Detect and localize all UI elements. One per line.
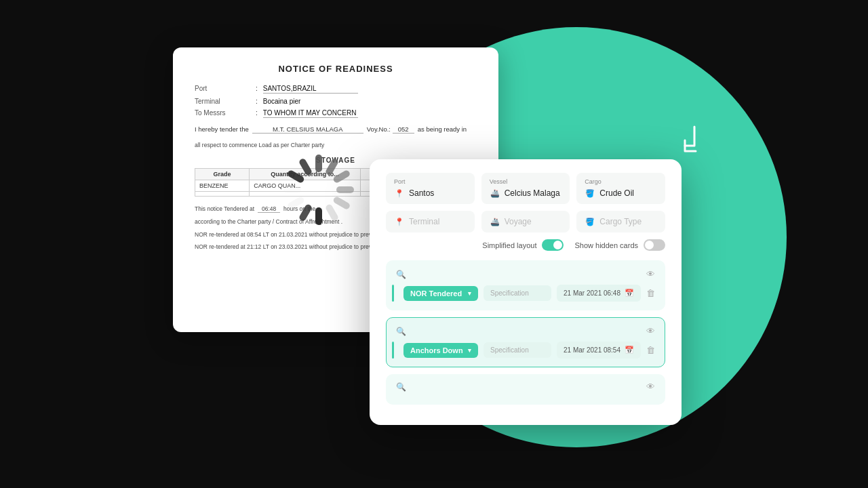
vessel-field-value: 🚢 Celcius Malaga [490,188,562,199]
terminal-value: Bocaina pier [263,98,301,105]
cargo-field-value: 🪣 Crude Oil [585,188,657,199]
event-card-1-top: 🔍 👁 [396,269,655,279]
event2-search-icon: 🔍 [396,327,406,336]
port-value: SANTOS,BRAZIL [263,85,358,94]
document-title: NOTICE OF READINESS [195,64,477,74]
show-hidden-cards-toggle-group: Show hidden cards [574,239,665,251]
terminal-icon: 📍 [394,216,405,227]
port-field-label: Port [394,178,467,185]
vessel-field-label: Vessel [490,178,562,185]
fields-row-2: 📍 Terminal 🚢 Voyage 🪣 Cargo Type [386,211,665,232]
port-icon: 📍 [394,188,405,199]
event1-spec-field[interactable]: Specification [484,285,551,301]
vessel-inline: M.T. CELSIUS MALAGA [252,125,363,134]
svg-rect-3 [336,186,354,193]
port-label: Port [195,85,256,92]
voyage-field-value: 🚢 Voyage [490,216,562,227]
terminal-field-value: 📍 Terminal [394,216,467,227]
svg-rect-12 [315,207,322,225]
event2-calendar-icon: 📅 [625,346,634,354]
to-messrs-label: To Messrs [195,109,256,117]
event-card-3-top: 🔍 👁 [396,382,655,392]
grade-header: Grade [195,169,250,180]
simplified-layout-toggle-group: Simplified layout [482,239,564,251]
arrow-icon [681,125,700,161]
cargo-type-icon: 🪣 [585,216,595,227]
event1-trash-icon[interactable]: 🗑 [646,288,655,298]
fields-row-1: Port 📍 Santos Vessel 🚢 Celcius Malaga Ca… [386,173,665,204]
voyage-icon: 🚢 [490,216,500,227]
cargo-field[interactable]: Cargo 🪣 Crude Oil [576,173,665,204]
svg-rect-11 [298,157,313,176]
vessel-icon: 🚢 [490,188,500,199]
to-messrs-row: To Messrs : TO WHOM IT MAY CONCERN [195,109,477,118]
svg-rect-10 [286,169,305,184]
event-card-2: 🔍 👁 Anchors Down ▾ Specification 21 Mar … [386,317,665,367]
ui-panel: Port 📍 Santos Vessel 🚢 Celcius Malaga Ca… [370,159,682,425]
event1-tag[interactable]: NOR Tendered ▾ [403,286,478,301]
event2-eye-icon[interactable]: 👁 [646,326,655,336]
event-card-3: 🔍 👁 [386,374,665,405]
event3-search-icon: 🔍 [396,382,406,392]
show-hidden-cards-toggle[interactable] [644,239,665,251]
event2-trash-icon[interactable]: 🗑 [646,345,655,355]
show-hidden-cards-label: Show hidden cards [574,241,638,249]
event2-chevron-icon: ▾ [468,347,471,354]
simplified-layout-label: Simplified layout [482,241,536,249]
simplified-layout-toggle[interactable] [542,239,564,251]
event-card-1: 🔍 👁 NOR Tendered ▾ Specification 21 Mar … [386,260,665,310]
event3-eye-icon[interactable]: 👁 [646,382,655,392]
port-row: Port : SANTOS,BRAZIL [195,85,477,94]
event-card-2-bottom: Anchors Down ▾ Specification 21 Mar 2021… [396,342,655,359]
svg-rect-8 [286,196,305,211]
event1-date-field[interactable]: 21 Mar 2021 06:48 📅 [557,285,641,302]
vessel-field[interactable]: Vessel 🚢 Celcius Malaga [481,173,570,204]
event-card-1-bottom: NOR Tendered ▾ Specification 21 Mar 2021… [396,285,655,302]
svg-rect-13 [298,203,313,222]
cargo-icon: 🪣 [585,188,595,199]
scene: NOTICE OF READINESS Port : SANTOS,BRAZIL… [0,0,868,488]
event1-search-icon: 🔍 [396,270,406,279]
loading-spinner [264,136,373,244]
event2-spec-field[interactable]: Specification [484,342,551,358]
event2-left-bar [392,342,394,359]
terminal-label: Terminal [195,98,256,105]
svg-rect-5 [325,203,340,222]
event-card-2-top: 🔍 👁 [396,326,655,336]
event1-left-bar [392,285,394,302]
svg-rect-9 [283,186,301,193]
cargo-field-label: Cargo [585,178,657,185]
cargo-type-value: 🪣 Cargo Type [585,216,657,227]
to-messrs-value: TO WHOM IT MAY CONCERN [263,109,358,118]
port-field[interactable]: Port 📍 Santos [386,173,475,204]
svg-rect-4 [332,196,351,211]
voyage-field[interactable]: 🚢 Voyage [481,211,570,232]
event1-date-value: 21 Mar 2021 06:48 [564,289,620,297]
event1-calendar-icon: 📅 [625,289,634,298]
event2-tag[interactable]: Anchors Down ▾ [403,343,478,358]
voy-inline: 052 [393,125,414,134]
svg-rect-0 [315,155,322,172]
event2-date-value: 21 Mar 2021 08:54 [564,346,620,354]
svg-rect-2 [332,169,351,184]
toggle-row: Simplified layout Show hidden cards [386,239,665,251]
port-field-value: 📍 Santos [394,188,467,199]
event1-eye-icon[interactable]: 👁 [646,269,655,279]
event2-date-field[interactable]: 21 Mar 2021 08:54 📅 [557,342,641,359]
tender-paragraph: I hereby tender the M.T. CELSIUS MALAGA … [195,125,477,134]
svg-rect-1 [325,157,340,176]
event1-chevron-icon: ▾ [468,290,471,297]
cargo-type-field[interactable]: 🪣 Cargo Type [576,211,665,232]
terminal-row: Terminal : Bocaina pier [195,98,477,105]
terminal-field[interactable]: 📍 Terminal [386,211,475,232]
